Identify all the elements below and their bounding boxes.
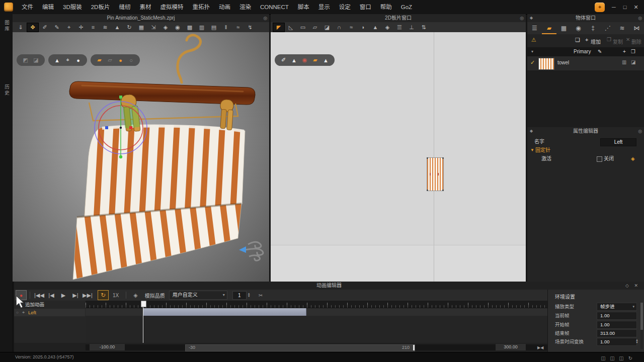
- 3d-viewport[interactable]: ◩◪ ▲⌖● ▰▱●○: [13, 32, 269, 282]
- puckering-tab[interactable]: ≋: [615, 23, 629, 34]
- sculpt-tool[interactable]: ◉: [172, 23, 184, 32]
- grading-tool[interactable]: ⇅: [418, 23, 430, 32]
- minimize-button[interactable]: ─: [610, 0, 618, 14]
- panel-close-icon[interactable]: ✕: [634, 282, 638, 290]
- free-sewing-tool[interactable]: ≈: [345, 23, 357, 32]
- animation-clip-bar[interactable]: [143, 308, 306, 316]
- keyframe-nav-icon[interactable]: ◈: [133, 292, 137, 299]
- show-mesh-toggle[interactable]: ◩: [20, 55, 31, 65]
- simulate-tool[interactable]: ⇓: [15, 23, 27, 32]
- iron-tool[interactable]: ◗: [357, 23, 369, 32]
- transform-pattern-tool[interactable]: ◤: [273, 23, 285, 32]
- fabric-list-item[interactable]: ✓ towel ▥ ◪: [527, 56, 644, 71]
- menu-item[interactable]: 设定: [335, 0, 355, 14]
- menu-item[interactable]: 素材: [135, 0, 155, 14]
- segment-sewing-tool[interactable]: ∩: [333, 23, 345, 32]
- collapse-section-icon[interactable]: ▼: [530, 146, 534, 154]
- range-min-value[interactable]: -100.00: [90, 344, 125, 350]
- add-fabric-button[interactable]: 增加: [591, 38, 601, 45]
- name-input[interactable]: Left: [600, 138, 636, 146]
- menu-item[interactable]: 缝纫: [114, 0, 135, 14]
- maximize-button[interactable]: □: [621, 0, 629, 14]
- topstitch-tab[interactable]: ⋰: [600, 23, 615, 34]
- range-scroll-thumb[interactable]: -30 210: [185, 344, 415, 351]
- menu-item[interactable]: 帮助: [376, 0, 396, 14]
- add-fabric-icon[interactable]: +: [585, 37, 588, 43]
- wind-controller-tool[interactable]: ≋: [99, 23, 111, 32]
- mesh-edit-tool[interactable]: ◈: [159, 23, 172, 32]
- iteration-stepper[interactable]: ▲▼: [248, 293, 251, 298]
- close-button[interactable]: ✕: [632, 0, 640, 14]
- menu-item[interactable]: 2D板片: [87, 0, 115, 14]
- current-frame-input[interactable]: 1.00: [597, 312, 637, 320]
- menu-item[interactable]: 虚拟模特: [155, 0, 188, 14]
- next-frame-button[interactable]: ▶|: [69, 291, 82, 300]
- play-button[interactable]: ▶: [57, 291, 69, 300]
- solidify-tool[interactable]: ▩: [184, 23, 196, 32]
- quad-mesh-tool[interactable]: ▥: [196, 23, 208, 32]
- copy-fabric-icon[interactable]: ❐: [607, 37, 611, 42]
- pattern-corner-point[interactable]: [442, 157, 444, 159]
- env-scrollbar-thumb[interactable]: [640, 303, 643, 330]
- go-start-button[interactable]: |◀◀: [33, 291, 45, 300]
- animation-options-icon[interactable]: ✂: [259, 293, 263, 298]
- range-max-value[interactable]: 300.00: [496, 344, 526, 350]
- timeline-area[interactable]: [86, 301, 547, 343]
- menu-item[interactable]: GoZ: [396, 0, 417, 14]
- button-tab[interactable]: ◉: [571, 23, 586, 34]
- menu-item[interactable]: 渲染: [235, 0, 256, 14]
- layer-tool[interactable]: ▤: [208, 23, 220, 32]
- fabric-tab[interactable]: ▰: [542, 23, 556, 34]
- menu-item[interactable]: 编辑: [38, 0, 58, 14]
- scale-gizmo-tool[interactable]: ⇲: [147, 23, 159, 32]
- show-garment-toggle[interactable]: ▲: [52, 55, 62, 65]
- item-check-icon[interactable]: ✓: [530, 59, 535, 66]
- show-base-2d-toggle[interactable]: ▲: [320, 55, 331, 65]
- measure-tool[interactable]: ‖: [220, 23, 232, 32]
- polygon-pattern-tool[interactable]: ▱: [309, 23, 321, 32]
- paste-fabric-icon[interactable]: ❏: [575, 37, 580, 43]
- fold-arrangement-tool[interactable]: ≡: [87, 23, 99, 32]
- rename-group-icon[interactable]: ✎: [598, 47, 602, 56]
- history-vertical-tab[interactable]: 历史: [3, 84, 10, 96]
- show-garment-2d-toggle[interactable]: ▲: [289, 55, 299, 65]
- show-info-2d-toggle[interactable]: ◉: [299, 55, 310, 65]
- layout-2d-icon[interactable]: ◫: [617, 353, 626, 362]
- fabric-duplicate-icon[interactable]: ▥: [622, 59, 626, 65]
- pattern-corner-point[interactable]: [442, 190, 444, 191]
- show-fabric-2d-toggle[interactable]: ▰: [310, 55, 320, 65]
- pin-brush-tool[interactable]: ✎: [51, 23, 63, 32]
- time-warp-input[interactable]: 1.00: [597, 338, 637, 346]
- pin-panel-icon[interactable]: ◎: [638, 127, 642, 135]
- pin-panel-icon[interactable]: ◎: [263, 14, 267, 22]
- rectangle-pattern-tool[interactable]: ▭: [297, 23, 309, 32]
- pin-section-row[interactable]: ▼ 固定针: [527, 146, 644, 154]
- add-item-icon[interactable]: +: [623, 47, 626, 56]
- layout-split-icon[interactable]: ◫: [599, 353, 608, 362]
- mesh-view-toggle[interactable]: ▱: [105, 55, 115, 65]
- play-type-select[interactable]: 帧步进 ▾: [597, 303, 637, 311]
- clothespin-right[interactable]: [219, 99, 234, 130]
- towel-mesh[interactable]: [73, 125, 245, 280]
- reset-layout-icon[interactable]: ↻: [626, 353, 635, 362]
- pin-panel-icon[interactable]: ◎: [520, 14, 524, 22]
- menu-item[interactable]: 显示: [314, 0, 335, 14]
- 2d-panel-titlebar[interactable]: 2D板片窗口 ◎: [271, 14, 526, 23]
- scene-list-tab[interactable]: ☰: [527, 23, 542, 34]
- quality-select[interactable]: 用户自定义 ▾: [169, 291, 227, 300]
- pattern-corner-point[interactable]: [427, 190, 428, 191]
- panel-float-icon[interactable]: ◇: [625, 282, 629, 290]
- show-sewing-2d-toggle[interactable]: ✐: [278, 55, 289, 65]
- avatar-textured-toggle[interactable]: ●: [115, 55, 126, 65]
- menu-item[interactable]: 文件: [17, 0, 38, 14]
- internal-lines-tool[interactable]: ☰: [393, 23, 406, 32]
- menu-item[interactable]: 脚本: [293, 0, 314, 14]
- rotate-gizmo-tool[interactable]: ↻: [123, 23, 135, 32]
- pin-panel-icon[interactable]: ◎: [638, 14, 642, 22]
- keyframe-diamond-icon[interactable]: ◈: [631, 155, 635, 163]
- avatar-mesh-toggle[interactable]: ○: [126, 55, 136, 65]
- menu-item[interactable]: 3D服装: [58, 0, 87, 14]
- fabric-group-row[interactable]: ▾ Primary ✎ + ❒: [527, 47, 644, 56]
- 3d-scene-canvas[interactable]: [13, 32, 269, 282]
- 2d-viewport[interactable]: ✐▲◉▰▲: [271, 32, 526, 282]
